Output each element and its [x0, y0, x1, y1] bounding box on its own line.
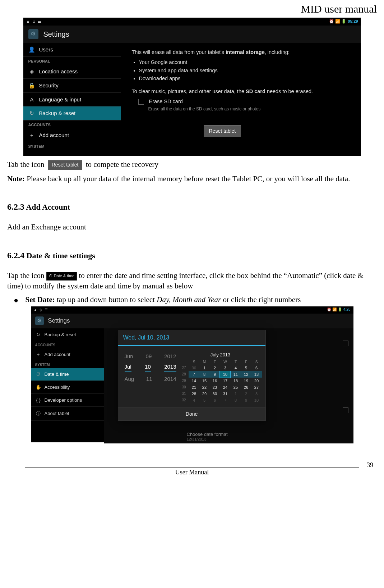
- section-6-2-4: 6.2.4 Date & time settings: [7, 251, 377, 260]
- erase-sd-label: Erase SD card: [149, 98, 183, 106]
- hand-icon: ✋: [35, 384, 42, 390]
- language-icon: A: [28, 96, 36, 102]
- plus-icon: +: [35, 352, 42, 357]
- date-time-text: Tap the icon ⏱Date & time to enter the d…: [7, 270, 377, 292]
- section-6-2-3: 6.2.3 Add Account: [7, 202, 377, 212]
- status-left-icons: ▲ ψ ☰: [34, 308, 49, 312]
- sidebar-item-backup-reset[interactable]: ↻Backup & reset: [23, 106, 121, 120]
- location-icon: ◈: [28, 68, 36, 75]
- app-title: Settings: [48, 317, 70, 324]
- status-bar: ▲ ψ ☰ ⏰ 📶 🔋4:28: [31, 306, 353, 314]
- screenshot-date-picker: ▲ ψ ☰ ⏰ 📶 🔋4:28 Settings ↻Backup & reset…: [31, 306, 353, 442]
- sidebar-header-system: SYSTEM: [23, 142, 121, 150]
- date-time-content: Wed, Jul 10, 2013 Jun092012 Jul102013 Au…: [104, 328, 353, 443]
- settings-icon: [35, 316, 44, 325]
- app-title-bar: Settings: [23, 26, 361, 43]
- footer-rule: [25, 468, 359, 468]
- list-item: Downloaded apps: [139, 75, 353, 83]
- reset-tablet-chip: Reset tablet: [48, 160, 83, 170]
- sidebar-item-developer[interactable]: { }Developer options: [31, 394, 104, 407]
- list-item: System and app data and settings: [139, 67, 353, 75]
- page-header: MID user manual: [7, 0, 377, 16]
- note-text: Note: Please back up all your data of th…: [7, 174, 377, 184]
- erase-sd-checkbox[interactable]: [138, 99, 144, 105]
- sidebar-item-location[interactable]: ◈Location access: [23, 65, 121, 79]
- date-picker-dialog: Wed, Jul 10, 2013 Jun092012 Jul102013 Au…: [118, 330, 266, 421]
- app-title: Settings: [43, 30, 69, 38]
- bg-checkbox-1[interactable]: [343, 341, 348, 346]
- reset-bullet-list: Your Google account System and app data …: [139, 59, 353, 83]
- status-time: ⏰ 📶 🔋4:28: [327, 307, 350, 311]
- bg-checkbox-2[interactable]: [343, 407, 348, 413]
- page-number: 39: [367, 461, 373, 469]
- status-left-icons: ▲ ψ ☰: [26, 19, 42, 24]
- sidebar-item-users[interactable]: 👤Users: [23, 43, 121, 57]
- add-account-text: Add an Exchange account: [7, 222, 377, 232]
- body-text: Tab the icon Reset tablet to compete the…: [7, 159, 377, 170]
- users-icon: 👤: [28, 46, 36, 53]
- app-title-bar: Settings: [31, 314, 353, 328]
- done-button[interactable]: Done: [118, 407, 265, 420]
- set-date-bullet: ● Set Date: tap up and down button to se…: [14, 295, 377, 305]
- sidebar-item-add-account[interactable]: +Add account: [23, 128, 121, 142]
- date-time-chip: ⏱Date & time: [46, 272, 77, 280]
- settings-sidebar: ↻Backup & reset ACCOUNTS +Add account SY…: [31, 328, 104, 443]
- sidebar-header-accounts: ACCOUNTS: [23, 120, 121, 128]
- info-icon: ⓘ: [35, 410, 42, 417]
- settings-sidebar: 👤Users PERSONAL ◈Location access 🔒Securi…: [23, 43, 121, 150]
- dialog-title: Wed, Jul 10, 2013: [118, 330, 265, 346]
- backup-icon: ↻: [28, 110, 36, 117]
- sidebar-item-date-time[interactable]: ⏱Date & time: [31, 368, 104, 381]
- backup-icon: ↻: [35, 332, 42, 337]
- sidebar-header-accounts: ACCOUNTS: [31, 341, 104, 348]
- sidebar-item-language[interactable]: ALanguage & input: [23, 93, 121, 106]
- reset-tablet-button[interactable]: Reset tablet: [204, 125, 241, 137]
- sidebar-item-accessibility[interactable]: ✋Accessibility: [31, 381, 104, 394]
- choose-date-format[interactable]: Choose date format 12/31/2013: [187, 432, 228, 441]
- calendar[interactable]: July 2013 SMTWTFS27301234562878910111213…: [179, 351, 262, 404]
- screenshot-reset-tablet: ▲ ψ ☰ ⏰ 📶 🔋05:29 Settings 👤Users PERSONA…: [23, 18, 361, 156]
- date-spinners[interactable]: Jun092012 Jul102013 Aug112014: [122, 351, 179, 404]
- plus-icon: +: [28, 132, 36, 138]
- reset-content: This will erase all data from your table…: [121, 43, 361, 150]
- sidebar-header-system: SYSTEM: [31, 361, 104, 368]
- sidebar-item-security[interactable]: 🔒Security: [23, 79, 121, 93]
- list-item: Your Google account: [139, 59, 353, 67]
- clock-icon: ⏱: [35, 372, 42, 377]
- sidebar-item-backup-reset[interactable]: ↻Backup & reset: [31, 328, 104, 341]
- settings-icon: [28, 29, 38, 39]
- erase-sd-subtext: Erase all the data on the SD card, such …: [148, 106, 353, 112]
- status-time: ⏰ 📶 🔋05:29: [329, 19, 358, 24]
- status-bar: ▲ ψ ☰ ⏰ 📶 🔋05:29: [23, 18, 361, 26]
- braces-icon: { }: [35, 397, 42, 403]
- sidebar-item-add-account[interactable]: +Add account: [31, 348, 104, 361]
- calendar-month: July 2013: [179, 351, 262, 359]
- sidebar-item-about[interactable]: ⓘAbout tablet: [31, 407, 104, 421]
- header-rule: [7, 16, 377, 16]
- footer-text: User Manual: [7, 469, 377, 476]
- lock-icon: 🔒: [28, 82, 36, 89]
- sidebar-header-personal: PERSONAL: [23, 57, 121, 65]
